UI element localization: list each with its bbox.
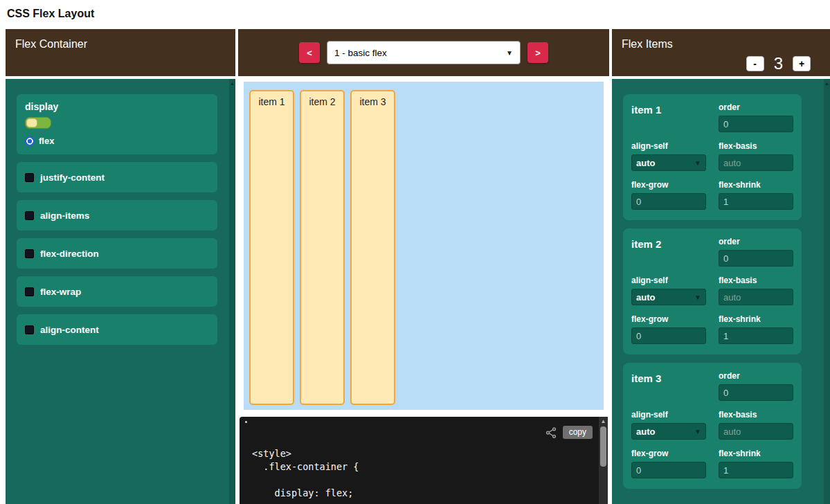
justify-content-checkbox[interactable] bbox=[25, 173, 34, 182]
flex-shrink-input[interactable] bbox=[719, 327, 793, 344]
flex-basis-label: flex-basis bbox=[719, 410, 793, 420]
code-line bbox=[252, 474, 594, 487]
chevron-down-icon: ▼ bbox=[694, 294, 701, 301]
code-line: .flex-container { bbox=[252, 460, 594, 474]
item-card-title: item 3 bbox=[631, 372, 706, 384]
option-align-content: align-content bbox=[17, 314, 217, 345]
flex-direction-checkbox[interactable] bbox=[25, 249, 34, 258]
flex-basis-input[interactable] bbox=[719, 423, 793, 440]
flex-basis-label: flex-basis bbox=[719, 276, 793, 285]
title-bar: CSS Flex Layout bbox=[0, 0, 830, 29]
align-items-label: align-items bbox=[40, 210, 89, 221]
next-preset-button[interactable]: > bbox=[527, 42, 548, 63]
preview-column: < 1 - basic flex ▼ > item 1 item 2 item … bbox=[238, 29, 609, 504]
align-items-checkbox[interactable] bbox=[25, 211, 34, 220]
align-self-value: auto bbox=[636, 158, 655, 168]
display-panel: display flex bbox=[17, 94, 217, 154]
flex-container-body: display flex justify-content align-items… bbox=[6, 79, 235, 504]
option-flex-wrap: flex-wrap bbox=[17, 276, 217, 307]
copy-button[interactable]: copy bbox=[563, 426, 593, 439]
flex-preview-area: item 1 item 2 item 3 bbox=[244, 82, 604, 410]
right-panel-scrollbar[interactable]: ▲ bbox=[824, 79, 830, 504]
display-label: display bbox=[25, 101, 209, 112]
preset-select[interactable]: 1 - basic flex ▼ bbox=[327, 41, 521, 64]
flex-radio-label: flex bbox=[39, 136, 54, 146]
align-self-select[interactable]: auto ▼ bbox=[631, 423, 706, 440]
item-card-title: item 1 bbox=[631, 104, 706, 116]
flex-basis-input[interactable] bbox=[719, 289, 793, 305]
item-card-title: item 2 bbox=[631, 238, 706, 250]
scroll-up-icon[interactable]: ▲ bbox=[599, 417, 608, 426]
chevron-down-icon: ▼ bbox=[694, 428, 701, 435]
preset-select-value: 1 - basic flex bbox=[334, 48, 387, 58]
flex-item: item 2 bbox=[300, 90, 345, 405]
align-self-label: align-self bbox=[631, 276, 706, 285]
flex-basis-label: flex-basis bbox=[719, 141, 793, 151]
align-self-value: auto bbox=[636, 426, 655, 437]
align-self-label: align-self bbox=[631, 410, 706, 420]
flex-container-panel: Flex Container display flex justify-cont… bbox=[6, 29, 235, 504]
flex-grow-input[interactable] bbox=[631, 462, 706, 478]
flex-items-header: Flex Items - 3 + bbox=[612, 29, 830, 76]
order-label: order bbox=[719, 237, 793, 246]
item-card-3: item 3 order align-self auto ▼ flex-basi… bbox=[623, 363, 802, 489]
align-self-label: align-self bbox=[631, 141, 706, 151]
flex-items-title: Flex Items bbox=[622, 38, 673, 50]
flex-grow-label: flex-grow bbox=[631, 314, 706, 324]
justify-content-label: justify-content bbox=[40, 172, 105, 183]
flex-container-header: Flex Container bbox=[6, 29, 235, 76]
flex-shrink-input[interactable] bbox=[719, 462, 793, 478]
flex-shrink-label: flex-shrink bbox=[719, 449, 793, 458]
item-count-control: - 3 + bbox=[746, 54, 811, 73]
flex-item: item 3 bbox=[350, 90, 395, 405]
flex-grow-input[interactable] bbox=[631, 193, 706, 210]
align-self-select[interactable]: auto ▼ bbox=[631, 289, 706, 305]
flex-grow-label: flex-grow bbox=[631, 180, 706, 190]
align-self-value: auto bbox=[636, 292, 655, 303]
order-label: order bbox=[719, 371, 793, 381]
code-line: <style> bbox=[252, 447, 594, 460]
flex-basis-input[interactable] bbox=[719, 154, 793, 171]
flex-direction-label: flex-direction bbox=[40, 249, 99, 259]
flex-grow-input[interactable] bbox=[631, 327, 706, 344]
scroll-up-icon[interactable]: ▲ bbox=[229, 79, 235, 87]
item-card-2: item 2 order align-self auto ▼ flex-basi… bbox=[623, 228, 802, 354]
flex-wrap-checkbox[interactable] bbox=[25, 287, 34, 296]
preset-toolbar: < 1 - basic flex ▼ > bbox=[238, 29, 609, 76]
remove-item-button[interactable]: - bbox=[746, 56, 764, 71]
code-line: display: flex; bbox=[252, 487, 594, 500]
code-cursor-dot bbox=[245, 421, 247, 423]
share-icon[interactable] bbox=[545, 426, 557, 439]
scroll-up-icon[interactable]: ▲ bbox=[824, 79, 830, 87]
flex-radio[interactable] bbox=[25, 136, 35, 146]
page-title: CSS Flex Layout bbox=[7, 8, 94, 19]
order-input[interactable] bbox=[719, 250, 793, 267]
scrollbar-thumb[interactable] bbox=[600, 426, 606, 467]
code-scrollbar[interactable]: ▲ bbox=[599, 417, 608, 504]
toggle-knob bbox=[26, 118, 37, 127]
add-item-button[interactable]: + bbox=[793, 56, 811, 71]
item-card-1: item 1 order align-self auto ▼ flex-basi… bbox=[623, 94, 802, 220]
app: CSS Flex Layout Flex Container display f… bbox=[0, 0, 830, 504]
align-self-select[interactable]: auto ▼ bbox=[631, 154, 706, 171]
order-label: order bbox=[719, 102, 793, 112]
flex-shrink-label: flex-shrink bbox=[719, 314, 793, 324]
align-content-checkbox[interactable] bbox=[25, 325, 34, 334]
flex-item: item 1 bbox=[249, 90, 294, 405]
order-input[interactable] bbox=[719, 116, 793, 132]
display-toggle[interactable] bbox=[25, 117, 51, 129]
flex-shrink-label: flex-shrink bbox=[719, 180, 793, 190]
display-flex-option: flex bbox=[25, 136, 209, 146]
code-panel: copy <style> .flex-container { display: … bbox=[240, 417, 608, 504]
order-input[interactable] bbox=[719, 384, 793, 401]
flex-wrap-label: flex-wrap bbox=[40, 287, 81, 297]
chevron-down-icon: ▼ bbox=[506, 49, 513, 57]
prev-preset-button[interactable]: < bbox=[299, 42, 320, 63]
flex-shrink-input[interactable] bbox=[719, 193, 793, 210]
chevron-down-icon: ▼ bbox=[694, 159, 701, 167]
option-flex-direction: flex-direction bbox=[17, 238, 217, 269]
left-panel-scrollbar[interactable]: ▲ bbox=[229, 79, 235, 504]
option-align-items: align-items bbox=[17, 200, 217, 231]
code-toolbar: copy bbox=[545, 426, 593, 439]
flex-items-panel: Flex Items - 3 + item 1 order align-self bbox=[612, 29, 830, 504]
